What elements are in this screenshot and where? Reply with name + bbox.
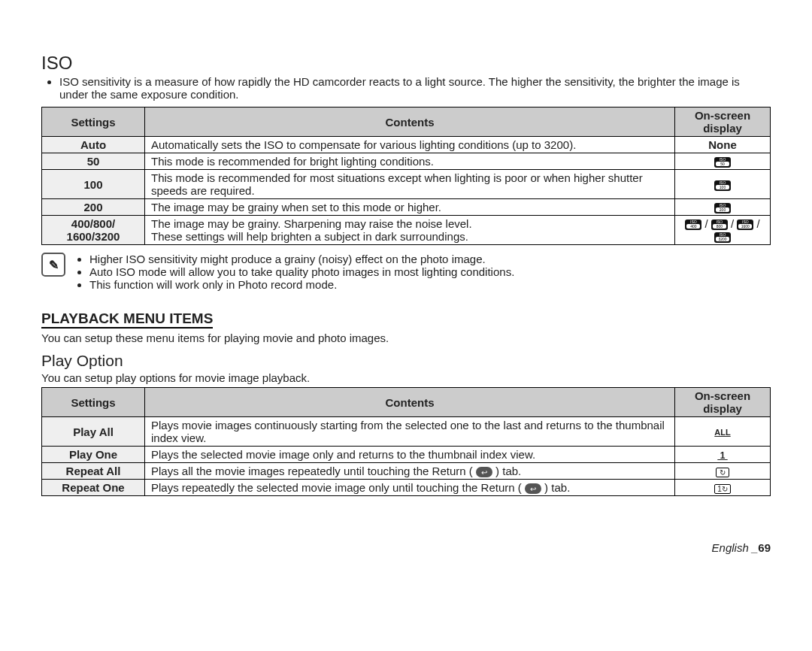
table-row: 50This mode is recommended for bright li…: [42, 153, 771, 170]
table-row: Play AllPlays movie images continuously …: [42, 417, 771, 447]
iso-note: Auto ISO mode will allow you to take qua…: [89, 265, 514, 278]
po-content: Plays the selected movie image only and …: [145, 447, 675, 463]
footer-page: 69: [758, 541, 771, 554]
playback-heading: PLAYBACK MENU ITEMS: [41, 310, 213, 329]
iso-400-icon: ISO400: [685, 220, 701, 230]
po-content: Plays movie images continuously starting…: [145, 417, 675, 447]
playoption-heading: Play Option: [41, 352, 771, 370]
po-osd-icon: ALL: [675, 417, 771, 447]
playback-intro: You can setup these menu items for playi…: [41, 332, 771, 344]
page-footer: English _69: [41, 541, 771, 554]
iso-setting: 400/800/1600/3200: [42, 216, 145, 245]
po-osd-icon: 1: [675, 447, 771, 463]
iso-note-block: ✎ Higher ISO sensitivity might produce a…: [41, 253, 771, 291]
iso-notes: Higher ISO sensitivity might produce a g…: [76, 253, 514, 291]
iso-800-icon: ISO800: [711, 220, 728, 230]
footer-lang: English: [712, 541, 749, 554]
table-row: AutoAutomatically sets the ISO to compen…: [42, 137, 771, 153]
iso-content: The image may be grainy. Sharpening may …: [145, 216, 675, 245]
iso-osd: ISO400 / ISO800 / ISO1600 / ISO3200: [675, 216, 771, 245]
iso-content: This mode is recommended for most situat…: [145, 170, 675, 199]
iso-table: Settings Contents On-screen display Auto…: [41, 107, 771, 245]
iso-200-icon: ISO200: [714, 203, 731, 213]
iso-setting: 200: [42, 199, 145, 216]
playoption-table: Settings Contents On-screen display Play…: [41, 387, 771, 496]
iso-th-settings: Settings: [42, 107, 145, 137]
iso-setting: Auto: [42, 137, 145, 153]
table-row: 100This mode is recommended for most sit…: [42, 170, 771, 199]
iso-osd: ISO200: [675, 199, 771, 216]
table-row: Repeat AllPlays all the movie images rep…: [42, 463, 771, 480]
iso-note: Higher ISO sensitivity might produce a g…: [89, 253, 514, 265]
playoption-intro: You can setup play options for movie ima…: [41, 371, 771, 384]
iso-content: This mode is recommended for bright ligh…: [145, 153, 675, 170]
return-icon: ↩: [525, 483, 541, 494]
note-icon: ✎: [41, 253, 65, 277]
iso-intro: ISO sensitivity is a measure of how rapi…: [59, 75, 771, 101]
iso-th-osd: On-screen display: [675, 107, 771, 137]
po-setting: Play All: [42, 417, 145, 447]
table-row: 400/800/1600/3200The image may be grainy…: [42, 216, 771, 245]
po-content: Plays all the movie images repeatedly un…: [145, 463, 675, 480]
po-setting: Repeat All: [42, 463, 145, 480]
iso-osd: None: [675, 137, 771, 153]
iso-setting: 50: [42, 153, 145, 170]
table-row: Play OnePlays the selected movie image o…: [42, 447, 771, 463]
po-setting: Play One: [42, 447, 145, 463]
iso-intro-list: ISO sensitivity is a measure of how rapi…: [52, 75, 771, 101]
return-icon: ↩: [476, 467, 492, 477]
iso-100-icon: ISO100: [714, 180, 731, 191]
po-th-settings: Settings: [42, 388, 145, 417]
po-osd-icon: ↻: [675, 463, 771, 480]
iso-th-contents: Contents: [145, 107, 675, 137]
iso-content: The image may be grainy when set to this…: [145, 199, 675, 216]
table-row: Repeat OnePlays repeatedly the selected …: [42, 480, 771, 496]
po-th-contents: Contents: [145, 388, 675, 417]
iso-content: Automatically sets the ISO to compensate…: [145, 137, 675, 153]
iso-50-icon: ISO50: [714, 157, 731, 168]
po-th-osd: On-screen display: [675, 388, 771, 417]
iso-osd: ISO50: [675, 153, 771, 170]
iso-1600-icon: ISO1600: [737, 220, 753, 230]
po-content: Plays repeatedly the selected movie imag…: [145, 480, 675, 496]
iso-3200-icon: ISO3200: [714, 232, 731, 243]
iso-setting: 100: [42, 170, 145, 199]
po-osd-icon: 1↻: [675, 480, 771, 496]
po-setting: Repeat One: [42, 480, 145, 496]
table-row: 200The image may be grainy when set to t…: [42, 199, 771, 216]
iso-osd: ISO100: [675, 170, 771, 199]
iso-note: This function will work only in Photo re…: [89, 278, 514, 291]
iso-heading: ISO: [41, 53, 771, 74]
